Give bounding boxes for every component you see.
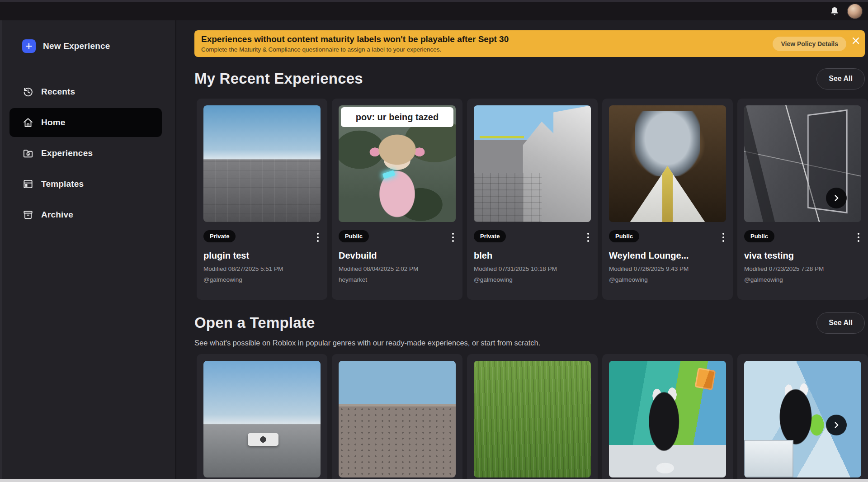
archive-icon <box>22 209 34 221</box>
top-bar <box>0 0 868 20</box>
recent-section-header: My Recent Experiences See All <box>194 68 865 90</box>
new-experience-button[interactable]: New Experience <box>22 39 175 53</box>
top-bar-actions <box>829 2 863 20</box>
sidebar-item-templates[interactable]: Templates <box>9 170 162 198</box>
folder-icon <box>22 147 34 159</box>
experience-thumbnail <box>339 361 456 477</box>
sidebar-item-label: Recents <box>41 87 75 97</box>
recent-experience-card[interactable]: Private plugin test Modified 08/27/2025 … <box>197 99 327 300</box>
recent-experience-card[interactable]: Private bleh Modified 07/31/2025 10:18 P… <box>467 99 598 300</box>
kebab-menu-icon[interactable] <box>450 230 456 245</box>
card-meta-top: Private <box>203 230 321 245</box>
kebab-menu-icon[interactable] <box>315 230 321 245</box>
horizontal-scrollbar[interactable] <box>0 479 868 482</box>
history-icon <box>22 86 34 98</box>
modified-date: Modified 08/27/2025 5:51 PM <box>203 265 321 272</box>
banner-subtitle: Complete the Maturity & Compliance quest… <box>201 46 509 53</box>
experience-title: Devbuild <box>339 250 456 261</box>
owner-name: @galmeowing <box>474 276 591 283</box>
modified-date: Modified 07/23/2025 7:28 PM <box>744 265 861 272</box>
view-policy-details-button[interactable]: View Policy Details <box>773 37 846 51</box>
sidebar-item-label: Home <box>41 118 66 128</box>
visibility-badge: Public <box>609 230 639 242</box>
owner-name: @galmeowing <box>744 276 861 283</box>
card-meta-top: Public <box>744 230 861 245</box>
main-content: Experiences without content maturity lab… <box>176 20 868 482</box>
experience-title: plugin test <box>203 250 321 261</box>
templates-section-subtitle: See what's possible on Roblox in popular… <box>194 339 865 348</box>
card-meta-top: Public <box>339 230 456 245</box>
sidebar-item-home[interactable]: Home <box>9 108 162 137</box>
banner-close-icon[interactable] <box>851 36 860 45</box>
template-card[interactable] <box>197 354 327 482</box>
templates-section-title: Open a Template <box>194 314 315 331</box>
sidebar-item-label: Experiences <box>41 148 93 158</box>
visibility-badge: Private <box>474 230 506 242</box>
new-experience-label: New Experience <box>43 41 110 51</box>
experience-thumbnail <box>203 105 321 222</box>
sidebar-menu: Recents Home <box>2 77 175 229</box>
templates-see-all-button[interactable]: See All <box>816 312 865 334</box>
modified-date: Modified 08/04/2025 2:02 PM <box>339 265 456 272</box>
sidebar-item-archive[interactable]: Archive <box>9 200 162 229</box>
sidebar: New Experience Recents <box>2 20 176 482</box>
owner-name: heymarket <box>339 276 456 283</box>
visibility-badge: Public <box>744 230 774 242</box>
banner-text: Experiences without content maturity lab… <box>201 34 509 53</box>
template-card[interactable] <box>737 354 868 482</box>
kebab-menu-icon[interactable] <box>585 230 591 245</box>
sidebar-item-label: Templates <box>41 179 84 189</box>
template-card[interactable] <box>467 354 598 482</box>
visibility-badge: Private <box>203 230 236 242</box>
thumbnail-caption-text: pov: ur being tazed <box>341 107 453 127</box>
experience-thumbnail <box>203 361 321 477</box>
experience-thumbnail <box>609 361 726 477</box>
recent-experiences-row: Private plugin test Modified 08/27/2025 … <box>197 99 868 300</box>
templates-section-header: Open a Template See All <box>194 312 865 334</box>
creator-dashboard-window: New Experience Recents <box>0 0 868 482</box>
recent-experience-card[interactable]: Public viva testing Modified 07/23/2025 … <box>737 99 868 300</box>
owner-name: @galmeowing <box>203 276 321 283</box>
templates-icon <box>22 178 34 190</box>
owner-name: @galmeowing <box>609 276 726 283</box>
visibility-badge: Public <box>339 230 369 242</box>
card-meta: Public viva testing Modified 07/23/2025 … <box>744 222 861 283</box>
template-card[interactable] <box>332 354 462 482</box>
maturity-policy-banner: Experiences without content maturity lab… <box>194 30 865 57</box>
user-avatar[interactable] <box>847 4 863 19</box>
home-icon <box>22 117 34 128</box>
templates-row <box>197 354 868 482</box>
card-meta-top: Public <box>609 230 726 245</box>
experience-thumbnail <box>474 105 591 222</box>
kebab-menu-icon[interactable] <box>721 230 726 245</box>
card-meta: Public Weylend Lounge... Modified 07/26/… <box>609 222 726 283</box>
recent-experience-card[interactable]: Public Weylend Lounge... Modified 07/26/… <box>602 99 733 300</box>
card-meta: Public Devbuild Modified 08/04/2025 2:02… <box>339 222 456 283</box>
kebab-menu-icon[interactable] <box>856 230 861 245</box>
experience-thumbnail <box>474 361 591 477</box>
templates-row-next-button[interactable] <box>826 415 847 435</box>
sidebar-item-experiences[interactable]: Experiences <box>9 139 162 168</box>
experience-thumbnail <box>609 105 726 222</box>
experience-thumbnail: pov: ur being tazed <box>339 105 456 222</box>
modified-date: Modified 07/31/2025 10:18 PM <box>474 265 591 272</box>
template-card[interactable] <box>602 354 733 482</box>
plus-icon <box>22 39 36 53</box>
card-meta-top: Private <box>474 230 591 245</box>
notifications-bell-icon[interactable] <box>829 6 840 17</box>
experience-title: viva testing <box>744 250 861 261</box>
recent-experience-card[interactable]: pov: ur being tazed Public Devbuild Modi… <box>332 99 462 300</box>
sidebar-item-recents[interactable]: Recents <box>9 77 162 106</box>
card-meta: Private bleh Modified 07/31/2025 10:18 P… <box>474 222 591 283</box>
banner-title: Experiences without content maturity lab… <box>201 34 509 44</box>
recent-row-next-button[interactable] <box>826 188 847 208</box>
card-meta: Private plugin test Modified 08/27/2025 … <box>203 222 321 283</box>
app-shell: New Experience Recents <box>0 20 868 482</box>
sidebar-item-label: Archive <box>41 210 73 220</box>
experience-title: bleh <box>474 250 591 261</box>
recent-section-title: My Recent Experiences <box>194 70 363 87</box>
recent-see-all-button[interactable]: See All <box>816 68 865 90</box>
modified-date: Modified 07/26/2025 9:43 PM <box>609 265 726 272</box>
experience-title: Weylend Lounge... <box>609 250 726 261</box>
